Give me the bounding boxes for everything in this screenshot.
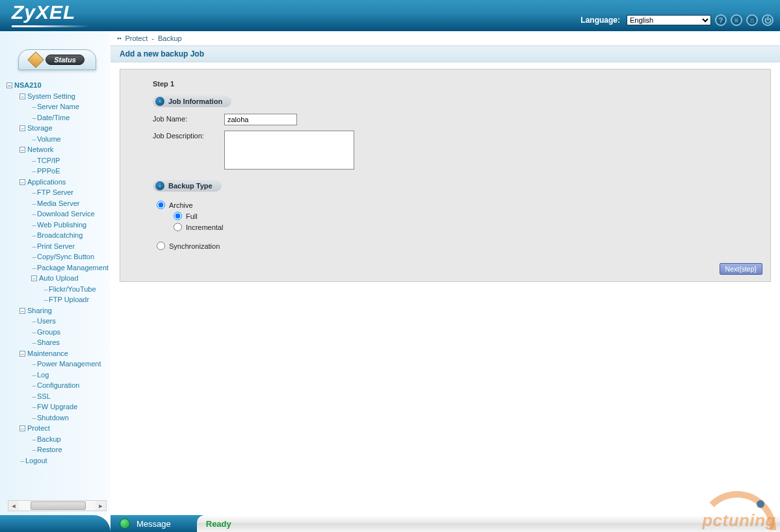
radio-incremental[interactable]: [174, 223, 182, 231]
radio-archive-label: Archive: [169, 201, 193, 209]
tree-configuration[interactable]: Configuration: [37, 381, 79, 389]
header-right: Language: English ? ≡ ⌂ ⏻: [580, 14, 774, 26]
tree-ssl[interactable]: SSL: [37, 392, 51, 400]
expand-icon[interactable]: −: [20, 351, 25, 357]
tree-maintenance[interactable]: Maintenance: [27, 349, 68, 357]
step-label: Step 1: [153, 80, 757, 88]
status-tab[interactable]: Status: [18, 49, 96, 70]
help-icon[interactable]: ?: [715, 14, 727, 26]
tree-volume[interactable]: Volume: [37, 135, 61, 143]
section-job-info: ◦ Job Information: [153, 95, 231, 107]
radio-sync[interactable]: [157, 242, 165, 250]
next-button[interactable]: Next{step}: [720, 263, 762, 275]
tree-shares[interactable]: Shares: [37, 338, 60, 346]
tree-storage[interactable]: Storage: [27, 124, 53, 132]
tree-users[interactable]: Users: [37, 317, 56, 325]
scroll-thumb[interactable]: [31, 501, 86, 510]
footer-status-wrap: Ready: [197, 515, 780, 532]
tree-ftp-server[interactable]: FTP Server: [37, 188, 73, 196]
language-label: Language:: [580, 16, 620, 25]
expand-icon[interactable]: −: [20, 179, 25, 185]
tree-server-name[interactable]: Server Name: [37, 103, 79, 110]
footer-message-label: Message: [136, 519, 171, 529]
bullet-icon: ◦: [155, 97, 164, 106]
language-select[interactable]: English: [627, 15, 711, 25]
tree-restore[interactable]: Restore: [37, 446, 62, 453]
tree-download-service[interactable]: Download Service: [37, 210, 95, 218]
home-icon[interactable]: ⌂: [746, 14, 758, 26]
nav-tree: −NSA210 −System Setting –Server Name –Da…: [0, 80, 110, 466]
main-content: ▪▪ Protect - Backup Add a new backup Job…: [110, 31, 780, 515]
tree-date-time[interactable]: Date/Time: [37, 114, 70, 121]
tree-network[interactable]: Network: [27, 146, 53, 153]
bullet-icon: ◦: [155, 181, 164, 190]
tree-broadcatching[interactable]: Broadcatching: [37, 231, 83, 239]
logout-icon[interactable]: ⏻: [762, 14, 774, 26]
scroll-right-arrow-icon[interactable]: ►: [96, 503, 106, 509]
expand-icon[interactable]: −: [20, 308, 25, 314]
tree-flickr-youtube[interactable]: Flickr/YouTube: [49, 285, 96, 293]
tree-applications[interactable]: Applications: [27, 178, 66, 186]
section-backup-type: ◦ Backup Type: [153, 180, 222, 192]
form-panel: Step 1 ◦ Job Information Job Name: Job D…: [120, 69, 771, 282]
breadcrumb-icon: ▪▪: [117, 35, 121, 42]
expand-icon[interactable]: −: [6, 82, 12, 88]
tree-logout[interactable]: Logout: [25, 457, 47, 464]
section-job-info-label: Job Information: [168, 97, 222, 105]
tree-shutdown[interactable]: Shutdown: [37, 414, 69, 422]
job-desc-row: Job Description:: [153, 131, 757, 170]
sidebar-bottom-curve: [0, 515, 110, 532]
sidebar: Status −NSA210 −System Setting –Server N…: [0, 31, 110, 515]
tree-protect[interactable]: Protect: [27, 424, 50, 432]
job-desc-input[interactable]: [224, 131, 354, 170]
status-cube-icon: [27, 51, 44, 68]
job-name-row: Job Name:: [153, 114, 757, 125]
expand-icon[interactable]: −: [31, 275, 37, 281]
scroll-track[interactable]: [19, 501, 96, 511]
expand-icon[interactable]: −: [20, 147, 25, 153]
breadcrumb-section: Protect: [125, 34, 148, 42]
tree-sharing[interactable]: Sharing: [27, 307, 52, 314]
tree-groups[interactable]: Groups: [37, 328, 60, 336]
tree-system-setting[interactable]: System Setting: [27, 92, 75, 100]
scroll-left-arrow-icon[interactable]: ◄: [8, 503, 19, 509]
page-title: Add a new backup Job: [110, 45, 780, 62]
tree-web-publishing[interactable]: Web Publishing: [37, 221, 86, 229]
tree-root[interactable]: NSA210: [14, 81, 42, 89]
radio-full-label: Full: [186, 212, 198, 220]
status-disk-icon: [120, 518, 130, 529]
tree-ftp-uploadr[interactable]: FTP Uploadr: [49, 296, 89, 303]
log-icon[interactable]: ≡: [731, 14, 742, 26]
tree-copy-sync[interactable]: Copy/Sync Button: [37, 253, 94, 260]
tree-media-server[interactable]: Media Server: [37, 199, 79, 207]
tree-power-mgmt[interactable]: Power Management: [37, 360, 101, 368]
breadcrumb: ▪▪ Protect - Backup: [110, 31, 780, 45]
footer-status: Ready: [206, 519, 231, 529]
brand-logo: ZyXEL: [12, 1, 75, 23]
header-bar: ZyXEL Language: English ? ≡ ⌂ ⏻: [0, 0, 780, 31]
section-backup-type-label: Backup Type: [168, 182, 213, 190]
radio-archive[interactable]: [157, 201, 165, 209]
radio-incremental-label: Incremental: [186, 223, 223, 231]
expand-icon[interactable]: −: [20, 425, 25, 431]
breadcrumb-page: Backup: [158, 34, 182, 42]
tree-auto-upload[interactable]: Auto Upload: [39, 274, 79, 282]
tree-backup[interactable]: Backup: [37, 435, 61, 443]
footer-bar: Message Ready: [110, 515, 780, 532]
job-name-input[interactable]: [224, 114, 297, 125]
breadcrumb-sep: -: [151, 34, 154, 42]
tree-tcpip[interactable]: TCP/IP: [37, 157, 60, 164]
tree-package-mgmt[interactable]: Package Management: [37, 264, 109, 272]
tree-print-server[interactable]: Print Server: [37, 242, 75, 250]
backup-type-group: Archive Full Incremental Synchronization: [157, 201, 757, 250]
tree-pppoe[interactable]: PPPoE: [37, 167, 60, 175]
radio-full[interactable]: [174, 212, 182, 220]
tree-fw-upgrade[interactable]: FW Upgrade: [37, 403, 77, 411]
expand-icon[interactable]: −: [20, 125, 25, 131]
tree-log[interactable]: Log: [37, 371, 49, 379]
status-label: Status: [46, 55, 84, 65]
expand-icon[interactable]: −: [20, 94, 25, 99]
radio-sync-label: Synchronization: [169, 242, 220, 250]
job-name-label: Job Name:: [153, 114, 224, 123]
sidebar-hscrollbar[interactable]: ◄ ►: [8, 500, 107, 511]
